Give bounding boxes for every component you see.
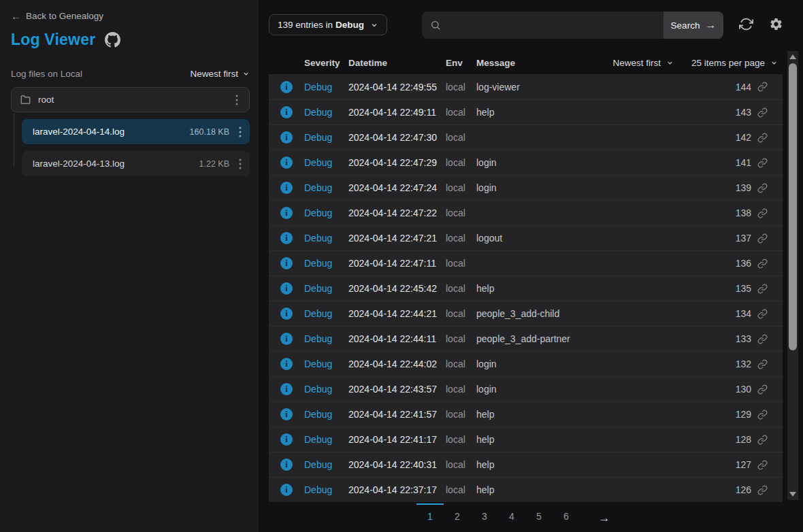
info-icon [280, 257, 293, 269]
table-row[interactable]: Debug2024-04-14 22:41:17localhelp128 [269, 427, 783, 452]
search-button[interactable]: Search → [663, 12, 723, 39]
scrollbar[interactable] [787, 51, 798, 500]
link-icon[interactable] [751, 359, 783, 369]
chevron-down-icon [370, 21, 378, 29]
severity-link[interactable]: Debug [304, 434, 348, 445]
info-icon [280, 156, 293, 169]
severity-link[interactable]: Debug [304, 233, 348, 244]
settings-button[interactable] [769, 17, 783, 31]
link-icon[interactable] [751, 284, 783, 294]
severity-link[interactable]: Debug [304, 283, 348, 294]
page-button-3[interactable]: 3 [471, 503, 498, 529]
severity-link[interactable]: Debug [304, 333, 348, 344]
scrollbar-thumb[interactable] [789, 63, 797, 350]
link-icon[interactable] [751, 384, 783, 395]
table-row[interactable]: Debug2024-04-14 22:44:02locallogin132 [269, 351, 783, 376]
link-icon[interactable] [751, 259, 783, 269]
severity-link[interactable]: Debug [304, 258, 348, 269]
link-icon[interactable] [751, 208, 783, 218]
page-button-2[interactable]: 2 [444, 503, 471, 529]
link-icon[interactable] [751, 485, 783, 495]
tree-indent-line [14, 114, 14, 167]
table-row[interactable]: Debug2024-04-14 22:37:17localhelp126 [269, 477, 783, 502]
datetime-cell: 2024-04-14 22:45:42 [348, 283, 446, 294]
link-icon[interactable] [751, 82, 783, 92]
severity-link[interactable]: Debug [304, 484, 348, 495]
severity-link[interactable]: Debug [304, 384, 348, 395]
link-icon[interactable] [751, 233, 783, 244]
severity-link[interactable]: Debug [304, 459, 348, 470]
severity-link[interactable]: Debug [304, 308, 348, 319]
link-icon[interactable] [751, 309, 783, 319]
info-icon [280, 207, 293, 219]
table-row[interactable]: Debug2024-04-14 22:49:11localhelp143 [269, 99, 783, 124]
link-icon[interactable] [751, 460, 783, 470]
link-icon[interactable] [751, 183, 783, 193]
severity-link[interactable]: Debug [304, 107, 348, 118]
env-cell: local [446, 308, 476, 319]
table-row[interactable]: Debug2024-04-14 22:47:22local138 [269, 200, 783, 225]
page-title: Log Viewer [11, 31, 95, 49]
kebab-menu-icon[interactable] [236, 125, 244, 139]
scrollbar-up-arrow[interactable] [789, 54, 796, 59]
severity-link[interactable]: Debug [304, 157, 348, 168]
file-size: 160.18 KB [190, 127, 229, 137]
column-datetime: Datetime [348, 58, 446, 68]
link-icon[interactable] [751, 133, 783, 143]
kebab-menu-icon[interactable] [233, 93, 241, 107]
sidebar-sort-dropdown[interactable]: Newest first [190, 69, 250, 79]
severity-link[interactable]: Debug [304, 207, 348, 218]
link-icon[interactable] [751, 410, 783, 420]
datetime-cell: 2024-04-14 22:47:21 [348, 233, 446, 244]
next-page-button[interactable]: → [584, 503, 625, 529]
severity-link[interactable]: Debug [304, 409, 348, 420]
entry-index: 134 [736, 308, 751, 319]
table-row[interactable]: Debug2024-04-14 22:47:21locallogout137 [269, 225, 783, 250]
refresh-button[interactable] [739, 17, 753, 31]
back-link[interactable]: ← Back to Genealogy [11, 10, 250, 22]
table-row[interactable]: Debug2024-04-14 22:43:57locallogin130 [269, 376, 783, 401]
entry-index: 135 [736, 283, 751, 294]
link-icon[interactable] [751, 107, 783, 118]
entry-index: 143 [736, 107, 751, 118]
page-button-5[interactable]: 5 [525, 503, 553, 529]
env-cell: local [446, 82, 476, 93]
page-button-6[interactable]: 6 [553, 503, 580, 529]
table-row[interactable]: Debug2024-04-14 22:45:42localhelp135 [269, 276, 783, 301]
entries-filter-dropdown[interactable]: 139 entries inDebug [269, 14, 387, 35]
env-cell: local [446, 434, 476, 445]
table-row[interactable]: Debug2024-04-14 22:47:11local136 [269, 250, 783, 276]
per-page-dropdown[interactable]: 25 items per page [691, 58, 778, 68]
table-row[interactable]: Debug2024-04-14 22:49:55locallog-viewer1… [269, 74, 783, 99]
table-sort-label: Newest first [612, 58, 661, 68]
entry-index: 136 [736, 258, 751, 269]
table-row[interactable]: Debug2024-04-14 22:44:11localpeople_3_ad… [269, 326, 783, 351]
folder-item-root[interactable]: root [11, 87, 250, 112]
link-icon[interactable] [751, 158, 783, 168]
table-sort-dropdown[interactable]: Newest first [612, 58, 674, 68]
severity-link[interactable]: Debug [304, 132, 348, 143]
search-input[interactable] [447, 12, 655, 39]
file-item[interactable]: laravel-2024-04-13.log1.22 KB [22, 151, 250, 176]
file-item[interactable]: laravel-2024-04-14.log160.18 KB [22, 119, 250, 144]
severity-link[interactable]: Debug [304, 82, 348, 93]
entry-index: 132 [736, 359, 751, 369]
table-row[interactable]: Debug2024-04-14 22:41:57localhelp129 [269, 401, 783, 427]
severity-link[interactable]: Debug [304, 182, 348, 193]
datetime-cell: 2024-04-14 22:47:29 [348, 157, 446, 168]
table-row[interactable]: Debug2024-04-14 22:40:31localhelp127 [269, 452, 783, 477]
kebab-menu-icon[interactable] [236, 157, 244, 171]
table-row[interactable]: Debug2024-04-14 22:47:24locallogin139 [269, 175, 783, 200]
severity-link[interactable]: Debug [304, 359, 348, 369]
page-button-4[interactable]: 4 [498, 503, 525, 529]
link-icon[interactable] [751, 334, 783, 344]
table-row[interactable]: Debug2024-04-14 22:47:29locallogin141 [269, 150, 783, 175]
link-icon[interactable] [751, 435, 783, 445]
github-icon[interactable] [105, 32, 120, 48]
message-cell: help [476, 484, 736, 495]
datetime-cell: 2024-04-14 22:40:31 [348, 459, 446, 470]
page-button-1[interactable]: 1 [416, 503, 444, 529]
scrollbar-down-arrow[interactable] [789, 492, 796, 497]
table-row[interactable]: Debug2024-04-14 22:47:30local142 [269, 124, 783, 150]
table-row[interactable]: Debug2024-04-14 22:44:21localpeople_3_ad… [269, 301, 783, 326]
